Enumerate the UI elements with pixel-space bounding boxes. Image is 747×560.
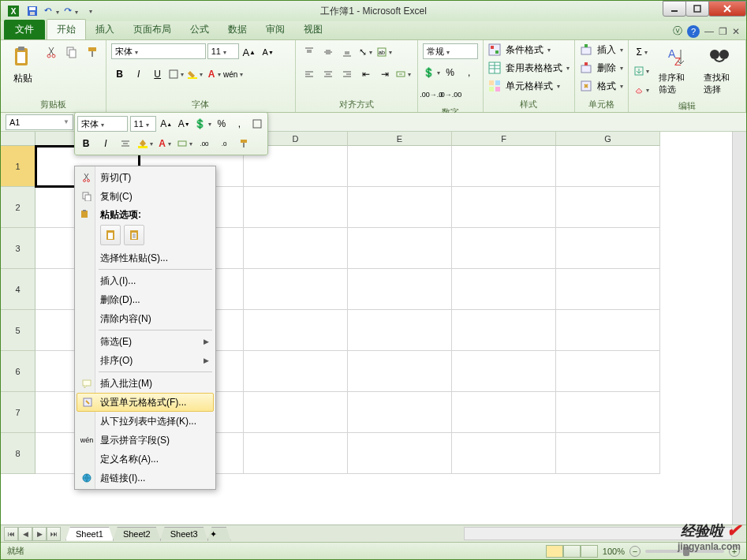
sort-filter-button[interactable]: AZ 排序和筛选 (654, 43, 696, 97)
cell[interactable] (452, 228, 556, 269)
minimize-button[interactable] (663, 1, 686, 17)
mini-size-combo[interactable]: 11 (130, 116, 156, 132)
cell[interactable] (348, 351, 452, 392)
vertical-scrollbar[interactable] (732, 132, 746, 525)
sheet-tab[interactable]: Sheet1 (65, 527, 114, 541)
cm-format-cells[interactable]: 设置单元格格式(F)... (77, 393, 214, 412)
cm-phonetic[interactable]: wén显示拼音字段(S) (77, 431, 214, 450)
cell[interactable] (244, 392, 348, 433)
conditional-format-button[interactable]: 条件格式 (488, 43, 551, 57)
mini-border-icon[interactable] (249, 115, 265, 133)
align-bottom-icon[interactable] (338, 43, 356, 61)
percent-icon[interactable]: % (442, 64, 459, 81)
row-header[interactable]: 1 (1, 146, 35, 187)
cm-hyperlink[interactable]: 超链接(I)... (77, 469, 214, 487)
delete-cells-button[interactable]: 删除 (580, 62, 623, 75)
decrease-decimal-icon[interactable]: .0→.00 (442, 86, 459, 103)
tab-insert[interactable]: 插入 (86, 20, 124, 39)
help-icon[interactable]: ? (687, 25, 700, 38)
cell[interactable] (348, 269, 452, 310)
mini-merge-icon[interactable] (176, 135, 193, 152)
undo-icon[interactable] (43, 3, 59, 19)
cm-pick-from-list[interactable]: 从下拉列表中选择(K)... (77, 412, 214, 431)
paste-option-values[interactable] (124, 225, 144, 245)
view-normal-icon[interactable] (546, 545, 563, 558)
mini-inc-decimal-icon[interactable]: .00 (196, 135, 213, 152)
row-header[interactable]: 7 (1, 392, 35, 433)
select-all-corner[interactable] (1, 132, 35, 146)
underline-icon[interactable]: U (149, 65, 166, 83)
sheet-nav-prev-icon[interactable]: ◀ (18, 527, 32, 541)
sheet-nav-next-icon[interactable]: ▶ (32, 527, 47, 541)
cell[interactable] (556, 351, 660, 392)
format-cells-button[interactable]: 格式 (580, 80, 623, 93)
decrease-indent-icon[interactable]: ⇤ (357, 65, 375, 83)
font-size-combo[interactable]: 11 (207, 43, 239, 59)
align-left-icon[interactable] (301, 65, 318, 83)
font-color-icon[interactable]: A (206, 65, 223, 83)
cm-delete[interactable]: 删除(D)... (77, 290, 214, 309)
mini-percent-icon[interactable]: % (214, 115, 230, 133)
cut-icon[interactable] (43, 43, 61, 61)
row-header[interactable]: 5 (1, 310, 35, 351)
mini-grow-font-icon[interactable]: A▲ (159, 115, 174, 133)
mini-format-painter-icon[interactable] (235, 135, 252, 152)
cell[interactable] (556, 310, 660, 351)
maximize-button[interactable] (685, 1, 709, 17)
cm-filter[interactable]: 筛选(E)▶ (77, 332, 214, 351)
minimize-ribbon-icon[interactable]: ⓥ (673, 24, 682, 38)
close-button[interactable] (708, 1, 746, 17)
cell[interactable] (348, 310, 452, 351)
doc-minimize-icon[interactable]: — (704, 26, 714, 37)
mini-fill-color-icon[interactable] (136, 135, 154, 152)
view-page-layout-icon[interactable] (563, 545, 581, 558)
view-page-break-icon[interactable] (581, 545, 598, 558)
zoom-level[interactable]: 100% (603, 547, 625, 556)
cell[interactable] (452, 269, 556, 310)
cell-styles-button[interactable]: 单元格样式 (488, 80, 560, 93)
zoom-out-button[interactable]: − (629, 546, 641, 557)
mini-currency-icon[interactable]: 💲 (194, 115, 211, 133)
tab-view[interactable]: 视图 (294, 20, 332, 39)
excel-icon[interactable]: X (6, 3, 21, 19)
tab-data[interactable]: 数据 (218, 20, 256, 39)
cell[interactable] (244, 351, 348, 392)
row-header[interactable]: 8 (1, 433, 35, 474)
cell[interactable] (348, 146, 452, 187)
bold-icon[interactable]: B (111, 65, 129, 83)
cm-define-name[interactable]: 定义名称(A)... (77, 450, 214, 469)
number-format-combo[interactable]: 常规 (423, 43, 478, 59)
cm-insert[interactable]: 插入(I)... (77, 271, 214, 290)
cell[interactable] (348, 392, 452, 433)
cell[interactable] (348, 433, 452, 474)
row-header[interactable]: 2 (1, 187, 35, 228)
font-name-combo[interactable]: 宋体 (111, 43, 206, 59)
autosum-icon[interactable]: Σ (633, 43, 651, 61)
cm-sort[interactable]: 排序(O)▶ (77, 351, 214, 370)
fill-icon[interactable] (633, 62, 651, 80)
cm-insert-comment[interactable]: 插入批注(M) (77, 374, 214, 393)
cell[interactable] (244, 228, 348, 269)
format-painter-icon[interactable] (84, 43, 101, 61)
cm-cut[interactable]: 剪切(T) (77, 168, 214, 187)
mini-font-color-icon[interactable]: A (156, 135, 174, 152)
file-tab[interactable]: 文件 (4, 20, 45, 39)
new-sheet-button[interactable]: ✦ (207, 527, 231, 541)
cell[interactable] (452, 310, 556, 351)
cell[interactable] (556, 433, 660, 474)
comma-icon[interactable]: , (461, 64, 478, 81)
cell[interactable] (452, 433, 556, 474)
row-header[interactable]: 3 (1, 228, 35, 269)
tab-home[interactable]: 开始 (47, 19, 86, 39)
cell[interactable] (452, 146, 556, 187)
align-top-icon[interactable] (301, 43, 318, 61)
sheet-tab[interactable]: Sheet2 (113, 527, 161, 541)
doc-restore-icon[interactable]: ❐ (719, 26, 727, 37)
qat-customize-icon[interactable] (81, 3, 97, 19)
align-center-icon[interactable] (319, 65, 337, 83)
increase-font-icon[interactable]: A▲ (241, 43, 258, 61)
row-header[interactable]: 4 (1, 269, 35, 310)
name-box[interactable]: A1▼ (6, 114, 73, 130)
copy-icon[interactable] (63, 43, 80, 61)
col-header[interactable]: F (452, 132, 556, 146)
